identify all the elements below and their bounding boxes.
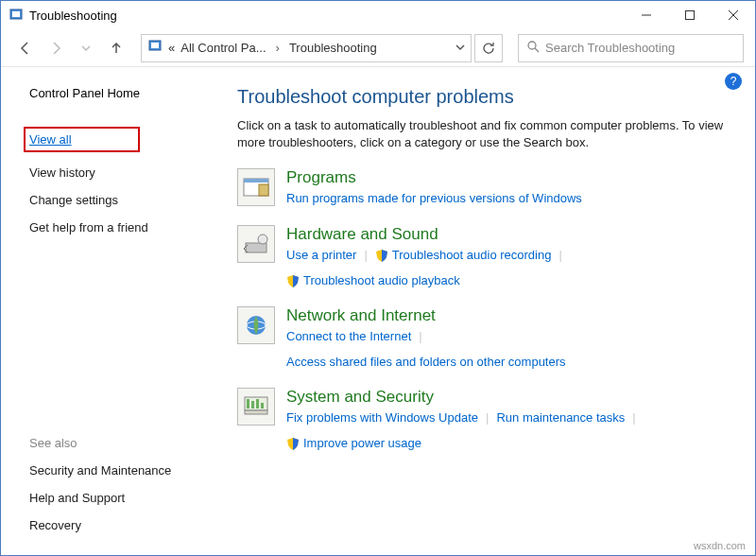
refresh-button[interactable] (474, 34, 503, 62)
up-button[interactable] (103, 35, 129, 61)
see-also-help[interactable]: Help and Support (29, 491, 228, 505)
hardware-icon (237, 225, 275, 263)
shield-icon (286, 274, 300, 287)
breadcrumb-separator (272, 41, 284, 55)
link-audio-playback[interactable]: Troubleshoot audio playback (303, 273, 460, 287)
search-input[interactable] (545, 41, 735, 55)
see-also-security[interactable]: Security and Maintenance (29, 463, 228, 478)
back-button[interactable] (12, 35, 39, 61)
divider: | (558, 248, 561, 262)
window-title: Troubleshooting (29, 9, 117, 23)
body: Control Panel Home View all View history… (1, 67, 755, 555)
shield-icon (286, 437, 300, 450)
close-button[interactable] (712, 1, 755, 29)
main-content: Troubleshoot computer problems Click on … (228, 67, 755, 555)
sidebar-view-all[interactable]: View all (24, 127, 140, 152)
link-power-usage[interactable]: Improve power usage (303, 436, 421, 450)
network-icon (237, 306, 275, 344)
help-icon[interactable]: ? (725, 73, 742, 90)
category-hardware: Hardware and Sound Use a printer| Troubl… (237, 225, 736, 287)
svg-rect-11 (244, 179, 268, 182)
recent-button[interactable] (73, 35, 99, 61)
divider: | (486, 410, 489, 425)
maximize-button[interactable] (668, 1, 712, 29)
search-box[interactable] (518, 34, 744, 62)
breadcrumb-prefix: « (168, 41, 175, 55)
page-description: Click on a task to automatically trouble… (237, 117, 736, 151)
link-audio-recording[interactable]: Troubleshoot audio recording (392, 248, 552, 262)
shield-icon (375, 249, 388, 262)
category-title[interactable]: System and Security (286, 388, 736, 407)
svg-rect-3 (686, 11, 695, 20)
sidebar-view-history[interactable]: View history (29, 165, 228, 180)
divider: | (364, 248, 367, 262)
address-icon (147, 39, 163, 57)
link-windows-update[interactable]: Fix problems with Windows Update (286, 410, 478, 425)
link-connect-internet[interactable]: Connect to the Internet (286, 329, 411, 343)
see-also-heading: See also (29, 436, 228, 450)
svg-rect-13 (246, 243, 266, 252)
svg-line-9 (535, 48, 539, 52)
category-system: System and Security Fix problems with Wi… (237, 388, 736, 450)
category-title[interactable]: Network and Internet (286, 306, 736, 325)
see-also-recovery[interactable]: Recovery (29, 518, 228, 532)
svg-rect-1 (12, 11, 20, 17)
svg-point-8 (528, 42, 536, 49)
svg-rect-21 (261, 403, 264, 408)
link-run-programs[interactable]: Run programs made for previous versions … (286, 191, 582, 205)
sidebar-get-help[interactable]: Get help from a friend (29, 220, 228, 235)
system-icon (237, 388, 275, 426)
minimize-button[interactable] (625, 1, 668, 29)
link-maintenance[interactable]: Run maintenance tasks (496, 410, 625, 425)
titlebar: Troubleshooting (1, 1, 755, 29)
page-title: Troubleshoot computer problems (237, 86, 736, 108)
window-controls (625, 1, 755, 29)
category-title[interactable]: Programs (286, 168, 736, 187)
toolbar: « All Control Pa... Troubleshooting (1, 29, 755, 67)
svg-rect-19 (251, 401, 254, 408)
sidebar: Control Panel Home View all View history… (1, 67, 228, 555)
sidebar-home[interactable]: Control Panel Home (29, 86, 228, 100)
divider: | (419, 329, 421, 343)
watermark: wsxdn.com (694, 540, 746, 551)
programs-icon (237, 168, 275, 206)
svg-rect-22 (245, 410, 267, 414)
sidebar-change-settings[interactable]: Change settings (29, 193, 228, 207)
category-title[interactable]: Hardware and Sound (286, 225, 736, 244)
svg-rect-7 (151, 43, 159, 48)
svg-rect-18 (247, 399, 249, 408)
category-network: Network and Internet Connect to the Inte… (237, 306, 736, 369)
category-programs: Programs Run programs made for previous … (237, 168, 736, 206)
window: Troubleshooting « All Control Pa... Trou… (0, 0, 756, 556)
address-bar[interactable]: « All Control Pa... Troubleshooting (141, 34, 472, 62)
search-icon (526, 40, 540, 56)
svg-rect-12 (259, 184, 268, 196)
link-use-printer[interactable]: Use a printer (286, 248, 356, 262)
divider: | (632, 410, 635, 425)
chevron-down-icon[interactable] (455, 41, 465, 55)
svg-rect-20 (256, 399, 259, 408)
link-shared-files[interactable]: Access shared files and folders on other… (286, 355, 566, 369)
app-icon (9, 8, 24, 23)
svg-point-14 (258, 235, 267, 244)
forward-button[interactable] (43, 35, 69, 61)
breadcrumb-item[interactable]: All Control Pa... (180, 41, 266, 55)
breadcrumb-item[interactable]: Troubleshooting (289, 41, 377, 55)
